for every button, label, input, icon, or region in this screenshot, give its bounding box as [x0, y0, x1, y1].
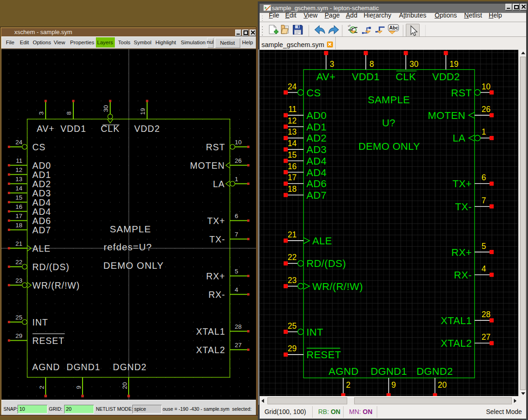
svg-text:14: 14	[288, 139, 297, 148]
svg-text:AD7: AD7	[32, 225, 51, 235]
svg-text:6: 6	[481, 173, 486, 182]
svg-text:17: 17	[15, 213, 22, 219]
svg-text:5: 5	[481, 241, 486, 250]
svg-text:17: 17	[288, 173, 297, 182]
svg-text:RESET: RESET	[307, 349, 341, 361]
svg-text:2: 2	[38, 385, 45, 389]
svg-text:29: 29	[288, 344, 297, 353]
svg-text:INT: INT	[307, 326, 324, 337]
svg-text:AD6: AD6	[307, 178, 327, 189]
svg-text:VDD2: VDD2	[432, 71, 460, 83]
svg-text:21: 21	[288, 230, 297, 239]
svg-text:CS: CS	[32, 142, 46, 152]
svg-text:28: 28	[235, 323, 242, 330]
svg-text:15: 15	[15, 194, 22, 201]
svg-text:LA: LA	[213, 179, 225, 189]
svg-text:8: 8	[65, 112, 72, 115]
svg-text:2: 2	[346, 380, 350, 389]
svg-text:9: 9	[75, 385, 82, 389]
svg-text:WR/(R/!W): WR/(R/!W)	[312, 280, 363, 292]
svg-text:refdes=U?: refdes=U?	[103, 242, 152, 252]
svg-text:19: 19	[450, 59, 458, 69]
svg-text:10: 10	[481, 82, 491, 91]
svg-text:RST: RST	[451, 87, 472, 98]
svg-text:19: 19	[139, 108, 146, 115]
svg-text:16: 16	[288, 161, 297, 171]
svg-text:16: 16	[15, 203, 22, 210]
svg-text:11: 11	[16, 157, 22, 164]
svg-text:24: 24	[15, 139, 23, 146]
svg-text:28: 28	[481, 309, 490, 319]
svg-text:LA: LA	[453, 132, 466, 144]
svg-text:TX-: TX-	[455, 201, 472, 212]
svg-text:20: 20	[438, 380, 447, 389]
svg-text:23: 23	[15, 277, 22, 284]
svg-text:11: 11	[288, 104, 297, 113]
svg-text:30: 30	[409, 59, 419, 69]
svg-text:AD0: AD0	[307, 109, 327, 121]
svg-text:AD4: AD4	[307, 166, 327, 178]
svg-text:XTAL2: XTAL2	[196, 345, 225, 355]
svg-text:RD/(DS): RD/(DS)	[32, 262, 70, 272]
svg-text:23: 23	[288, 275, 297, 284]
svg-text:25: 25	[15, 314, 22, 321]
svg-text:27: 27	[235, 342, 242, 349]
svg-text:TX-: TX-	[209, 234, 225, 244]
svg-text:27: 27	[481, 332, 490, 342]
svg-text:15: 15	[288, 150, 297, 159]
svg-text:RESET: RESET	[32, 336, 65, 346]
svg-text:DGND2: DGND2	[113, 362, 146, 372]
svg-text:SAMPLE: SAMPLE	[110, 224, 151, 234]
svg-text:RX-: RX-	[454, 269, 472, 281]
svg-text:AD1: AD1	[307, 121, 327, 132]
svg-text:30: 30	[102, 105, 109, 112]
svg-text:XTAL1: XTAL1	[196, 326, 225, 337]
svg-text:13: 13	[15, 176, 22, 183]
svg-text:24: 24	[288, 82, 297, 91]
svg-text:TX+: TX+	[452, 178, 472, 189]
svg-text:RD/(DS): RD/(DS)	[307, 258, 346, 269]
svg-text:AD2: AD2	[32, 179, 51, 189]
svg-text:AD0: AD0	[32, 160, 51, 171]
svg-text:Abc: Abc	[389, 25, 398, 30]
svg-text:10: 10	[235, 139, 242, 146]
svg-text:VDD1: VDD1	[352, 71, 380, 83]
svg-text:AV+: AV+	[316, 71, 336, 83]
svg-text:18: 18	[15, 222, 22, 229]
svg-text:DGND1: DGND1	[66, 362, 100, 372]
svg-text:MOTEN: MOTEN	[190, 160, 225, 171]
svg-text:DEMO ONLY: DEMO ONLY	[103, 260, 163, 271]
svg-text:26: 26	[481, 104, 490, 113]
svg-text:AD3: AD3	[32, 188, 51, 198]
svg-text:13: 13	[288, 127, 297, 136]
svg-text:7: 7	[481, 195, 486, 205]
svg-text:MOTEN: MOTEN	[428, 109, 465, 121]
svg-text:u?: u?	[348, 24, 351, 27]
svg-text:WR/(R/!W): WR/(R/!W)	[32, 280, 80, 290]
svg-text:AD4: AD4	[307, 155, 327, 166]
svg-text:22: 22	[15, 259, 22, 266]
svg-text:VDD1: VDD1	[60, 124, 86, 134]
svg-text:20: 20	[121, 382, 128, 389]
svg-text:AD1: AD1	[32, 170, 51, 180]
svg-text:INT: INT	[32, 317, 48, 327]
svg-text:25: 25	[288, 321, 297, 330]
svg-text:6: 6	[235, 213, 238, 219]
svg-text:1: 1	[235, 176, 238, 183]
svg-text:ALE: ALE	[32, 243, 51, 254]
svg-text:RX+: RX+	[451, 246, 472, 258]
svg-text:29: 29	[15, 332, 22, 339]
svg-text:AD4: AD4	[32, 197, 51, 207]
svg-text:RST: RST	[206, 142, 225, 152]
svg-text:XTAL2: XTAL2	[441, 337, 472, 349]
svg-text:AV+: AV+	[36, 124, 54, 134]
svg-text:3: 3	[38, 112, 45, 115]
svg-text:XTAL1: XTAL1	[441, 314, 472, 326]
svg-text:CS: CS	[307, 87, 321, 98]
svg-text:12: 12	[288, 116, 297, 125]
svg-text:AD4: AD4	[32, 207, 51, 217]
svg-text:26: 26	[235, 157, 242, 164]
svg-text:ALE: ALE	[312, 235, 332, 246]
svg-text:VDD2: VDD2	[134, 124, 160, 134]
svg-text:DEMO ONLY: DEMO ONLY	[358, 141, 420, 152]
